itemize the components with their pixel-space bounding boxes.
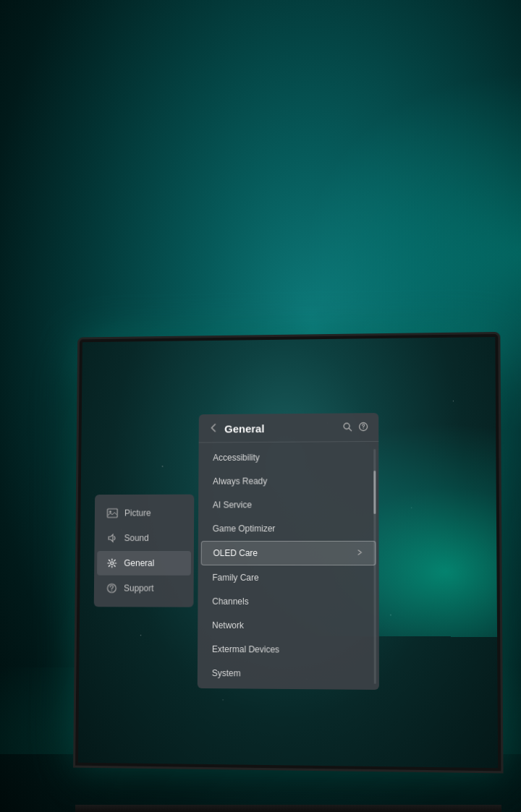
scrollbar-track bbox=[373, 449, 376, 684]
tv-bezel-bottom bbox=[75, 805, 501, 812]
ai-service-label: AI Service bbox=[213, 500, 252, 510]
support-icon bbox=[106, 582, 119, 595]
game-optimizer-label: Game Optimizer bbox=[213, 523, 276, 534]
oled-care-label: OLED Care bbox=[213, 548, 258, 558]
svg-point-7 bbox=[363, 428, 364, 429]
menu-item-system[interactable]: System bbox=[200, 662, 376, 686]
back-button[interactable] bbox=[208, 423, 219, 435]
sidebar-item-picture-label: Picture bbox=[124, 508, 151, 518]
channels-label: Channels bbox=[212, 597, 248, 607]
sidebar-item-general-label: General bbox=[124, 558, 154, 568]
menu-list: Accessibility Always Ready AI Service Ga… bbox=[198, 442, 379, 690]
accessibility-label: Accessibility bbox=[213, 453, 260, 463]
menu-item-always-ready[interactable]: Always Ready bbox=[201, 469, 376, 493]
help-button[interactable] bbox=[358, 422, 368, 434]
sidebar-item-general[interactable]: General bbox=[97, 551, 191, 576]
header-icons bbox=[342, 422, 368, 434]
oled-care-chevron-icon bbox=[356, 549, 363, 557]
sidebar-item-sound[interactable]: Sound bbox=[97, 526, 191, 550]
menu-item-external-devices[interactable]: Extermal Devices bbox=[200, 638, 376, 662]
general-icon bbox=[106, 557, 119, 570]
menu-item-accessibility[interactable]: Accessibility bbox=[201, 445, 376, 469]
svg-point-2 bbox=[111, 562, 114, 565]
tv-container: Picture Sound bbox=[73, 332, 503, 774]
panel-header: General bbox=[199, 413, 379, 443]
menu-item-oled-care[interactable]: OLED Care bbox=[201, 541, 376, 565]
network-label: Network bbox=[212, 620, 244, 631]
sidebar-panel: Picture Sound bbox=[94, 495, 195, 607]
sidebar-item-support[interactable]: Support bbox=[97, 576, 191, 601]
sidebar-item-support-label: Support bbox=[124, 584, 153, 594]
svg-point-1 bbox=[109, 510, 111, 513]
always-ready-label: Always Ready bbox=[213, 476, 267, 486]
svg-point-5 bbox=[344, 423, 350, 429]
svg-rect-0 bbox=[107, 509, 117, 518]
family-care-label: Family Care bbox=[212, 573, 258, 583]
search-button[interactable] bbox=[342, 422, 352, 434]
menu-item-channels[interactable]: Channels bbox=[200, 590, 376, 614]
sidebar-item-picture[interactable]: Picture bbox=[98, 501, 192, 526]
menu-item-game-optimizer[interactable]: Game Optimizer bbox=[201, 517, 376, 540]
menu-overlay: Picture Sound bbox=[78, 337, 498, 768]
menu-item-family-care[interactable]: Family Care bbox=[200, 566, 376, 589]
panel-title: General bbox=[224, 422, 336, 435]
sound-icon bbox=[106, 531, 119, 544]
svg-point-4 bbox=[111, 590, 112, 591]
external-devices-label: Extermal Devices bbox=[212, 644, 279, 655]
menu-item-network[interactable]: Network bbox=[200, 614, 376, 638]
menu-item-ai-service[interactable]: AI Service bbox=[201, 493, 376, 517]
scrollbar-thumb[interactable] bbox=[373, 471, 376, 514]
system-label: System bbox=[212, 668, 241, 678]
picture-icon bbox=[106, 507, 119, 520]
sidebar-item-sound-label: Sound bbox=[124, 533, 149, 543]
tv-screen: Picture Sound bbox=[78, 337, 498, 768]
general-panel: General bbox=[198, 413, 379, 690]
